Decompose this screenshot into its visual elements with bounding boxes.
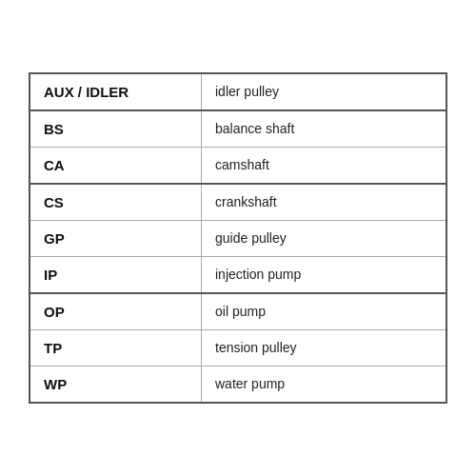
abbreviation-cell: GP [30, 221, 202, 256]
abbreviation-cell: BS [30, 111, 202, 147]
table-row: IPinjection pump [30, 257, 446, 294]
abbreviation-cell: AUX / IDLER [30, 74, 202, 109]
abbreviation-cell: WP [30, 367, 202, 402]
abbreviation-cell: IP [30, 257, 202, 292]
description-cell: injection pump [202, 257, 446, 292]
description-cell: camshaft [202, 148, 446, 183]
description-cell: water pump [202, 367, 446, 402]
abbreviation-cell: TP [30, 330, 202, 366]
abbreviation-cell: CS [30, 185, 202, 220]
abbreviation-cell: OP [30, 294, 202, 329]
description-cell: balance shaft [202, 111, 446, 147]
table-row: GPguide pulley [30, 221, 446, 257]
abbreviation-table: AUX / IDLERidler pulleyBSbalance shaftCA… [29, 72, 447, 404]
table-row: BSbalance shaft [30, 111, 446, 148]
table-row: CScrankshaft [30, 185, 446, 221]
table-row: OPoil pump [30, 294, 446, 330]
description-cell: oil pump [202, 294, 446, 329]
table-row: WPwater pump [30, 367, 446, 402]
table-row: CAcamshaft [30, 148, 446, 185]
abbreviation-cell: CA [30, 148, 202, 183]
description-cell: guide pulley [202, 221, 446, 256]
table-row: TPtension pulley [30, 330, 446, 367]
table-row: AUX / IDLERidler pulley [30, 74, 446, 111]
description-cell: crankshaft [202, 185, 446, 220]
description-cell: tension pulley [202, 330, 446, 366]
description-cell: idler pulley [202, 74, 446, 109]
